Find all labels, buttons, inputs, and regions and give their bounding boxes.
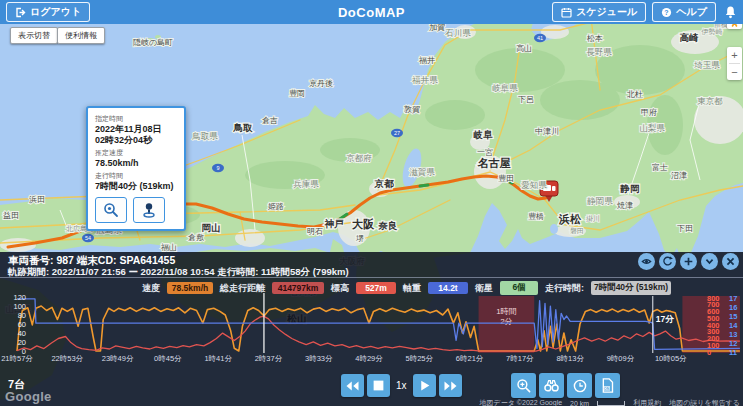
map-label: 甲府	[641, 108, 657, 117]
play-icon	[418, 379, 431, 392]
popup-duration: 7時間40分 (519km)	[95, 181, 177, 192]
map-label: 高山	[516, 44, 532, 53]
tool-buttons: ON	[511, 373, 620, 398]
stat-label: 衛星	[475, 282, 493, 295]
map-label: 豊橋	[528, 212, 544, 221]
map-label: 福井	[418, 56, 435, 65]
logout-button[interactable]: ログアウト	[6, 2, 90, 22]
map-label: 豊岡	[289, 89, 305, 98]
map-label: 京丹後	[309, 79, 333, 88]
map-label: 浜松	[558, 213, 582, 226]
top-bar-right: スケジュール ? ヘルプ	[546, 2, 737, 22]
panel-icon-row	[638, 253, 739, 270]
map-label: 伊勢崎	[702, 28, 723, 36]
map-label: 岡山	[202, 222, 221, 233]
zoom-to-point-button[interactable]	[95, 197, 127, 223]
schedule-label: スケジュール	[576, 5, 637, 19]
logout-label: ログアウト	[30, 5, 81, 19]
display-toggle-button[interactable]: 表示切替	[10, 27, 58, 44]
refresh-button[interactable]	[659, 253, 676, 270]
zoom-search-button[interactable]	[511, 373, 536, 398]
map-label: 福井県	[411, 75, 438, 85]
terms-link[interactable]: 利用規約	[633, 398, 661, 406]
map-label: 鳥取県	[191, 131, 218, 141]
close-panel-button[interactable]	[722, 253, 739, 270]
clock-icon	[572, 378, 588, 394]
panel-divider	[0, 277, 743, 278]
map-label: 掛川	[586, 215, 600, 222]
time-select-button[interactable]	[567, 373, 592, 398]
visibility-button[interactable]	[638, 253, 655, 270]
collapse-button[interactable]	[701, 253, 718, 270]
stat-badge: 78.5km/h	[167, 282, 213, 294]
stat-label: 走行時間:	[545, 282, 584, 295]
street-view-button[interactable]	[133, 197, 165, 223]
map-label: 埼玉県	[693, 60, 720, 70]
zoom-out-button[interactable]: −	[727, 64, 742, 80]
map-label: 隠岐の島町	[133, 38, 173, 47]
map-label: 静岡	[620, 183, 640, 194]
map-label: 愛知県	[521, 180, 547, 190]
report-error-link[interactable]: 地図の誤りを報告する	[669, 398, 740, 406]
map-label: 山梨県	[639, 123, 665, 133]
stat-badge: 527m	[356, 282, 396, 294]
map-label: 豊田	[498, 174, 514, 183]
map-label: 加賀	[429, 24, 445, 32]
map-label: 神戸	[324, 218, 345, 229]
rewind-button[interactable]	[341, 374, 364, 397]
map-pin-icon	[142, 202, 156, 218]
map-label: 敦賀	[404, 105, 420, 114]
help-icon: ?	[661, 7, 672, 18]
popup-date: 2022年11月08日	[95, 124, 177, 135]
map-attribution: 地図データ ©2022 Google 20 km 利用規約 地図の誤りを報告する	[480, 398, 740, 406]
playback-speed: 1x	[396, 380, 407, 391]
eye-icon	[640, 255, 653, 268]
fast-forward-button[interactable]	[439, 374, 462, 397]
popup-speed: 78.50km/h	[95, 158, 177, 169]
map-zoom-control: + −	[727, 47, 742, 80]
lake-hamana	[550, 224, 558, 234]
road-shield-number: 54	[85, 235, 91, 241]
svg-text:ON: ON	[604, 387, 610, 391]
notification-bell-icon[interactable]	[724, 5, 737, 19]
refresh-icon	[661, 255, 674, 268]
map-label: 下呂	[518, 95, 534, 104]
scale-bar	[597, 401, 625, 406]
map-label: 倉敷	[188, 233, 204, 242]
map-label: 鳥取	[233, 122, 254, 133]
map-label: 京都府	[346, 153, 372, 163]
popup-time-label: 指定時間	[95, 114, 177, 124]
zoom-in-icon	[516, 378, 532, 394]
schedule-button[interactable]: スケジュール	[552, 2, 646, 22]
map-label: 兵庫県	[293, 179, 319, 189]
map-label: 滋賀県	[409, 167, 435, 177]
svg-text:?: ?	[665, 9, 669, 16]
play-button[interactable]	[413, 374, 436, 397]
map-label: 下田	[677, 224, 693, 233]
map-label: 福山	[160, 243, 177, 252]
useful-info-button[interactable]: 便利情報	[57, 27, 105, 44]
binoculars-icon	[543, 378, 560, 393]
close-icon	[724, 255, 737, 268]
attribution-text: 地図データ ©2022 Google	[480, 398, 563, 406]
rewind-icon	[345, 380, 360, 392]
report-button[interactable]: ON	[595, 373, 620, 398]
map-label: 一宮	[477, 148, 493, 157]
find-vehicle-button[interactable]	[539, 373, 564, 398]
road-shield-number: 27	[394, 130, 400, 136]
help-button[interactable]: ? ヘルプ	[652, 2, 716, 22]
stat-label: 軸重	[403, 282, 421, 295]
map-label: 明石	[307, 227, 323, 236]
stat-label: 総走行距離	[220, 282, 265, 295]
docomap-app: 隠岐の島町国立公園上田軽井沢町高崎前橋伊勢崎石川県加賀松本長野県高山福井福井県埼…	[0, 0, 743, 406]
stop-button[interactable]	[367, 374, 390, 397]
zoom-in-button[interactable]: +	[727, 47, 742, 63]
map-label: 焼津	[617, 201, 633, 210]
add-button[interactable]	[680, 253, 697, 270]
map-label: 静岡県	[586, 196, 613, 206]
map-label: 中津川	[535, 127, 559, 136]
map-label: 松本	[587, 34, 603, 43]
map-label: 磐田	[570, 227, 584, 235]
map-label: 東京都	[697, 96, 723, 106]
map-label: 北杜	[626, 90, 643, 99]
